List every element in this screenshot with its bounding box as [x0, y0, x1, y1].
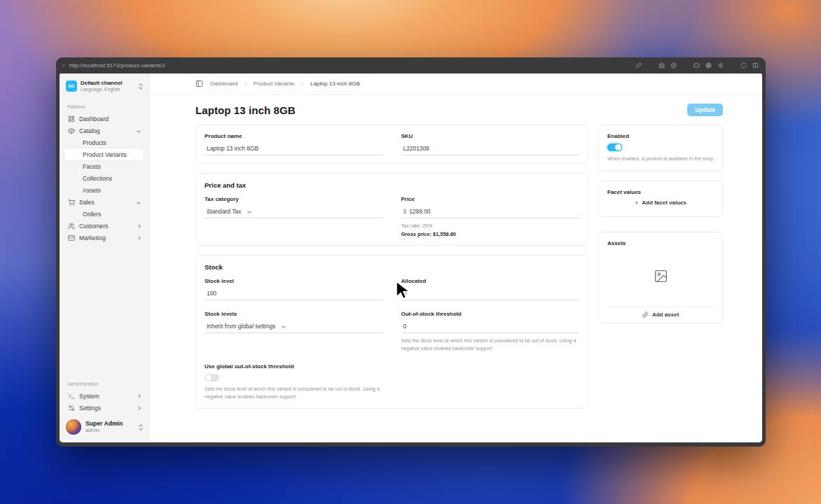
browser-window: i http://localhost:5173/product-variants…: [56, 57, 766, 447]
card-assets: Assets Add asset: [598, 232, 723, 323]
card-enabled: Enabled When enabled, a product is avail…: [598, 125, 723, 172]
catalog-icon: [68, 127, 75, 134]
price-label: Price: [401, 196, 580, 202]
sidebar-item-label: Collections: [83, 175, 112, 182]
sidebar-item-facets[interactable]: Facets: [64, 160, 144, 172]
sidebar-item-dashboard[interactable]: Dashboard: [64, 113, 144, 125]
breadcrumb-separator: ›: [301, 80, 303, 87]
customers-icon: [68, 223, 75, 230]
stock-levels-label: Stock levels: [205, 311, 383, 317]
sidebar-item-label: Dashboard: [79, 115, 109, 122]
breadcrumb-separator: ›: [244, 80, 247, 87]
breadcrumb-product-variants[interactable]: Product Variants: [254, 80, 295, 87]
chevron-right-icon: [137, 394, 141, 398]
chevron-right-icon: [137, 224, 141, 228]
url-bar[interactable]: http://localhost:5173/product-variants/1: [69, 62, 165, 69]
sidebar-item-label: Assets: [83, 187, 101, 194]
marketing-mail-icon: [68, 234, 75, 241]
channel-switcher[interactable]: DC Default channel Language: English: [64, 77, 144, 95]
stock-level-input[interactable]: 100: [205, 288, 383, 300]
oos-threshold-value: 0: [403, 323, 407, 330]
sidebar-item-orders[interactable]: Orders: [64, 208, 144, 220]
frame-icon[interactable]: [694, 62, 700, 69]
breadcrumb-bar: Dashboard › Product Variants › Laptop 13…: [149, 74, 762, 94]
sidebar-item-products[interactable]: Products: [64, 136, 144, 148]
sidebar-item-sales[interactable]: Sales: [64, 196, 144, 208]
product-name-input[interactable]: Laptop 13 inch 8GB: [205, 143, 383, 155]
sidebar-item-product-variants[interactable]: Product Variants: [64, 148, 144, 160]
stock-levels-select[interactable]: Inherit from global settings: [205, 321, 383, 333]
browser-titlebar: i http://localhost:5173/product-variants…: [56, 57, 766, 74]
sidebar-item-assets[interactable]: Assets: [64, 184, 144, 196]
chevrons-up-down-icon: [139, 425, 142, 430]
assets-title: Assets: [607, 240, 714, 246]
tax-category-select[interactable]: Standard Tax: [205, 206, 383, 218]
nav-section-platform: Platform: [67, 104, 141, 109]
user-role: admin: [85, 428, 123, 434]
enabled-toggle[interactable]: [607, 144, 622, 151]
info-icon: i: [63, 62, 64, 69]
assets-placeholder: [607, 246, 714, 307]
chevrons-up-down-icon: [139, 84, 142, 89]
plus-icon: +: [635, 200, 638, 206]
allocated-value-field: 0: [401, 288, 580, 300]
sync-icon[interactable]: [740, 62, 747, 69]
panel-left-icon[interactable]: [195, 80, 203, 88]
use-global-threshold-help: Sets the stock level at which this varia…: [205, 386, 383, 401]
chevron-right-icon: [137, 406, 141, 410]
aperture-icon[interactable]: [670, 62, 677, 69]
use-global-threshold-toggle[interactable]: [205, 374, 219, 382]
price-input[interactable]: $ 1299.00: [401, 206, 580, 218]
oos-threshold-input[interactable]: 0: [401, 321, 580, 333]
breadcrumb-current: Laptop 13 inch 8GB: [310, 80, 360, 87]
sidebar-item-catalog[interactable]: Catalog: [64, 125, 144, 136]
image-placeholder-icon: [654, 269, 668, 284]
sidebar: DC Default channel Language: English Pla…: [60, 74, 149, 442]
stock-level-value: 100: [207, 290, 216, 297]
sidebar-item-marketing[interactable]: Marketing: [64, 232, 144, 244]
sidebar-item-settings[interactable]: Settings: [64, 402, 144, 414]
product-name-label: Product name: [205, 133, 383, 139]
sidebar-item-label: Products: [83, 139, 106, 146]
add-facet-values-button[interactable]: + Add facet values: [607, 195, 714, 209]
avatar: [66, 419, 81, 435]
add-facet-values-label: Add facet values: [642, 200, 687, 206]
channel-badge: DC: [66, 80, 77, 92]
add-asset-button[interactable]: Add asset: [607, 307, 714, 320]
sku-input[interactable]: L2201308: [401, 143, 580, 155]
sidebar-item-collections[interactable]: Collections: [64, 172, 144, 184]
update-button[interactable]: Update: [687, 104, 723, 116]
sidebar-item-label: Customers: [79, 223, 109, 230]
link-icon[interactable]: [635, 62, 642, 69]
sidebar-item-system[interactable]: System: [64, 390, 144, 402]
stock-level-label: Stock level: [205, 278, 383, 284]
price-value: 1299.00: [409, 208, 430, 215]
user-menu[interactable]: Super Admin admin: [64, 416, 144, 438]
camera-icon[interactable]: [658, 62, 665, 69]
tax-category-label: Tax category: [205, 196, 383, 202]
stock-title: Stock: [205, 263, 579, 271]
card-price-tax: Price and tax Tax category Standard Tax: [195, 173, 588, 246]
sku-label: SKU: [401, 133, 580, 139]
globe-icon[interactable]: [705, 62, 712, 69]
tax-rate-text: Tax rate: 20%: [401, 223, 580, 229]
sidebar-item-customers[interactable]: Customers: [64, 220, 144, 232]
breadcrumb-dashboard[interactable]: Dashboard: [210, 80, 237, 87]
oos-threshold-help: Sets the stock level at which this varia…: [401, 337, 580, 353]
sales-cart-icon: [68, 199, 75, 206]
allocated-value: 0: [403, 290, 407, 297]
gear-icon[interactable]: [717, 62, 724, 69]
card-facet-values: Facet values + Add facet values: [598, 181, 723, 217]
card-stock: Stock Stock level 100 Allocated 0: [195, 255, 588, 409]
currency-symbol: $: [403, 208, 407, 215]
tax-category-value: Standard Tax: [207, 208, 241, 215]
stock-levels-value: Inherit from global settings: [207, 323, 275, 330]
sliders-icon: [68, 405, 75, 412]
sidebar-item-label: Catalog: [79, 127, 100, 134]
sidebar-item-label: Settings: [79, 405, 101, 412]
sidebar-item-label: System: [79, 393, 99, 400]
columns-icon[interactable]: [752, 62, 759, 69]
gross-price-text: Gross price: $1,558.80: [401, 231, 580, 237]
chevron-down-icon: [247, 209, 251, 214]
allocated-label: Allocated: [401, 278, 580, 284]
